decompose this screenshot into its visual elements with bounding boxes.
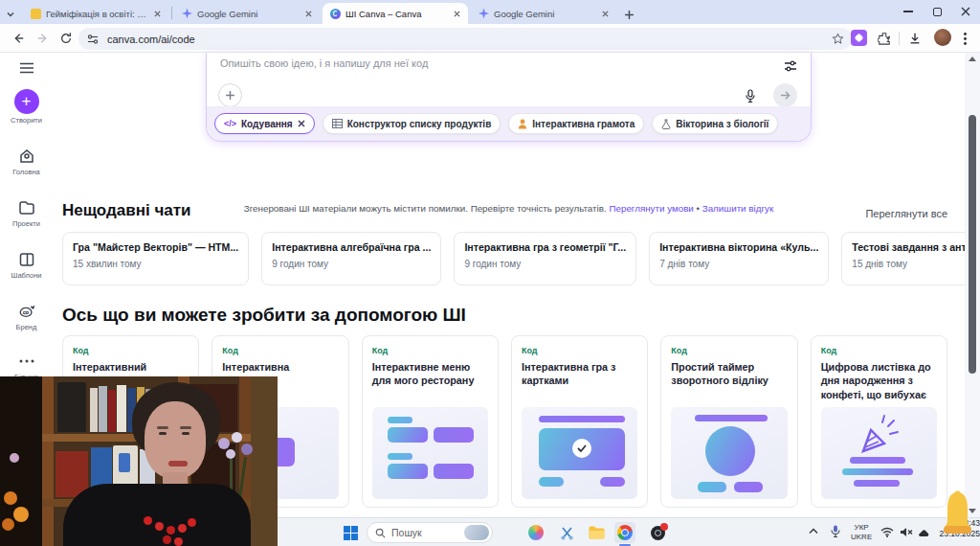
- browser-menu-icon[interactable]: [955, 29, 974, 48]
- tab-close-icon[interactable]: [451, 8, 462, 19]
- tab-gemini-2[interactable]: Google Gemini: [471, 3, 616, 24]
- search-highlight-image[interactable]: [464, 525, 489, 540]
- copilot-icon[interactable]: [525, 522, 546, 543]
- extensions-puzzle-icon[interactable]: [875, 29, 894, 48]
- sidebar-item-brand[interactable]: co Бренд: [0, 302, 53, 331]
- chat-card[interactable]: Інтерактивна гра з геометрії "Г... 9 год…: [454, 232, 636, 285]
- lang-top: УКР: [855, 523, 869, 532]
- snipping-tool-icon[interactable]: [556, 522, 577, 543]
- person-icon: [518, 119, 527, 129]
- terms-link[interactable]: Переглянути умови: [609, 203, 693, 214]
- tab-close-icon[interactable]: [302, 8, 314, 19]
- tab-canva-active[interactable]: ШІ Canva – Canva: [323, 3, 468, 24]
- flask-icon: [661, 119, 671, 129]
- site-settings-icon[interactable]: [86, 34, 100, 45]
- tab-title: Google Gemini: [197, 9, 298, 19]
- reload-button[interactable]: [56, 28, 77, 49]
- canva-icon: [330, 9, 341, 19]
- back-button[interactable]: [8, 28, 29, 49]
- chip-label: Інтерактивна грамота: [532, 119, 635, 129]
- capability-title: Інтерактивне меню для мого ресторану: [372, 360, 488, 388]
- capability-card[interactable]: Код Інтерактивне меню для мого ресторану: [362, 335, 499, 508]
- chat-card[interactable]: Тестові завдання з античного ... 15 днів…: [841, 232, 980, 285]
- obs-icon[interactable]: [647, 522, 668, 543]
- tab-gamification[interactable]: Гейміфікація в освіті: ігрові те...: [23, 3, 168, 24]
- code-tag: Код: [522, 346, 637, 355]
- view-all-link[interactable]: Переглянути все: [865, 208, 947, 219]
- tray-wifi-icon[interactable]: [880, 527, 894, 539]
- capability-card[interactable]: Код Цифрова листівка до дня народження з…: [811, 335, 947, 508]
- feedback-link[interactable]: Залишити відгук: [702, 203, 773, 214]
- browser-navbar: canva.com/ai/code: [0, 24, 980, 53]
- tray-microphone-icon[interactable]: [831, 525, 840, 540]
- download-icon[interactable]: [905, 29, 924, 48]
- tray-volume-muted-icon[interactable]: [900, 527, 913, 539]
- chat-time: 15 хвилин тому: [73, 259, 238, 269]
- toolbar-divider: [899, 32, 900, 45]
- new-tab-button[interactable]: [624, 7, 635, 24]
- tab-close-icon[interactable]: [151, 8, 163, 19]
- sidebar-item-label: Проекти: [0, 219, 53, 228]
- sidebar-item-create[interactable]: + Створити: [0, 89, 53, 125]
- scrollbar-thumb[interactable]: [969, 115, 976, 374]
- chip-label: Вікторина з біології: [676, 119, 768, 129]
- tab-gemini-1[interactable]: Google Gemini: [174, 3, 320, 24]
- svg-text:co: co: [23, 309, 29, 315]
- tab-title: ШІ Canva – Canva: [345, 9, 446, 19]
- sidebar-item-templates[interactable]: Шаблони: [0, 250, 53, 280]
- extension-pinned-icon[interactable]: [851, 30, 867, 46]
- chip-biology-quiz[interactable]: Вікторина з біології: [652, 113, 778, 134]
- ai-disclaimer: Згенеровані ШІ матеріали можуть містити …: [206, 203, 812, 214]
- forward-button[interactable]: [33, 28, 54, 49]
- sidebar-item-projects[interactable]: Проекти: [0, 198, 53, 228]
- chip-coding[interactable]: </> Кодування: [214, 113, 315, 134]
- chat-card[interactable]: Гра "Майстер Векторів" — HTM... 15 хвили…: [62, 232, 249, 285]
- prompt-input[interactable]: Опишіть свою ідею, і я напишу для неї ко…: [220, 57, 428, 69]
- recent-chats-title: Нещодавні чати: [62, 201, 191, 220]
- chat-time: 9 годин тому: [272, 259, 431, 269]
- window-minimize-button[interactable]: [894, 0, 923, 23]
- bookmark-star-icon[interactable]: [832, 33, 844, 45]
- scroll-up-arrow[interactable]: [969, 57, 976, 61]
- tray-chevron-icon[interactable]: [809, 528, 818, 537]
- tray-device-icon[interactable]: [917, 527, 930, 539]
- sidebar-item-home[interactable]: Головна: [0, 147, 53, 176]
- more-dots-icon: [17, 352, 36, 371]
- send-button[interactable]: [773, 83, 797, 107]
- url-text: canva.com/ai/code: [107, 34, 824, 45]
- chip-remove-icon[interactable]: [298, 119, 305, 129]
- search-icon: [375, 528, 386, 538]
- address-bar[interactable]: canva.com/ai/code: [78, 28, 852, 50]
- taskbar-search-box[interactable]: Пошук: [367, 522, 493, 543]
- chip-product-list-builder[interactable]: Конструктор списку продуктів: [323, 113, 501, 134]
- chat-time: 9 годин тому: [464, 259, 626, 269]
- window-maximize-button[interactable]: [923, 0, 951, 23]
- add-attachment-button[interactable]: [218, 83, 242, 107]
- profile-avatar[interactable]: [934, 29, 951, 46]
- capabilities-title: Ось що ви можете зробити за допомогою ШІ: [62, 305, 466, 326]
- tab-title: Google Gemini: [494, 9, 594, 19]
- capability-card[interactable]: Код Простий таймер зворотного відліку: [660, 335, 797, 508]
- file-explorer-icon[interactable]: [586, 522, 607, 543]
- capability-card[interactable]: Код Інтерактивна гра з картками: [511, 335, 648, 508]
- gemini-icon: [182, 9, 192, 19]
- tab-search-chevron-icon[interactable]: [6, 6, 15, 23]
- chat-card[interactable]: Інтерактивна алгебраїчна гра ... 9 годин…: [261, 232, 441, 285]
- tray-language-indicator[interactable]: УКР UKRE: [851, 523, 872, 542]
- microphone-icon[interactable]: [740, 85, 761, 106]
- code-tag: Код: [73, 346, 189, 355]
- start-button[interactable]: [340, 522, 361, 543]
- chrome-taskbar-icon[interactable]: [614, 522, 635, 543]
- webcam-person: [0, 376, 278, 546]
- tab-close-icon[interactable]: [599, 8, 611, 19]
- chat-card[interactable]: Інтерактивна вікторина «Куль... 7 днів т…: [649, 232, 829, 285]
- chat-time: 7 днів тому: [659, 259, 818, 269]
- sidebar-menu-button[interactable]: [0, 60, 53, 78]
- chip-interactive-literacy[interactable]: Інтерактивна грамота: [508, 113, 644, 134]
- window-close-button[interactable]: [951, 0, 980, 23]
- prompt-settings-sliders-icon[interactable]: [784, 58, 797, 76]
- chip-label: Конструктор списку продуктів: [347, 119, 492, 129]
- page-scrollbar[interactable]: [965, 53, 980, 517]
- code-icon: </>: [224, 119, 236, 128]
- create-plus-icon[interactable]: +: [14, 89, 39, 114]
